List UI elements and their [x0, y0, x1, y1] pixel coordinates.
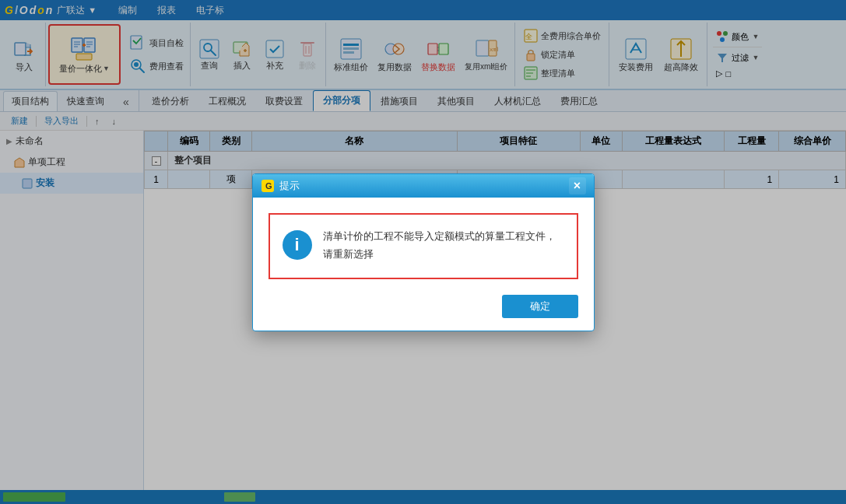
dialog-footer: 确定 [253, 287, 594, 331]
dialog: G 提示 × i 清单计价的工程不能导入定额模式的算量工程文件， 请重新选择 [252, 173, 595, 331]
svg-text:G: G [265, 181, 272, 191]
confirm-button[interactable]: 确定 [502, 295, 578, 318]
dialog-body: i 清单计价的工程不能导入定额模式的算量工程文件， 请重新选择 [253, 198, 594, 287]
dialog-close-btn[interactable]: × [569, 177, 586, 194]
info-icon: i [283, 230, 312, 260]
dialog-message: 清单计价的工程不能导入定额模式的算量工程文件， 请重新选择 [323, 227, 556, 264]
dialog-content-box: i 清单计价的工程不能导入定额模式的算量工程文件， 请重新选择 [269, 213, 578, 279]
dialog-title: 提示 [279, 179, 569, 193]
dialog-titlebar: G 提示 × [253, 174, 594, 198]
dialog-overlay: G 提示 × i 清单计价的工程不能导入定额模式的算量工程文件， 请重新选择 [0, 0, 846, 504]
